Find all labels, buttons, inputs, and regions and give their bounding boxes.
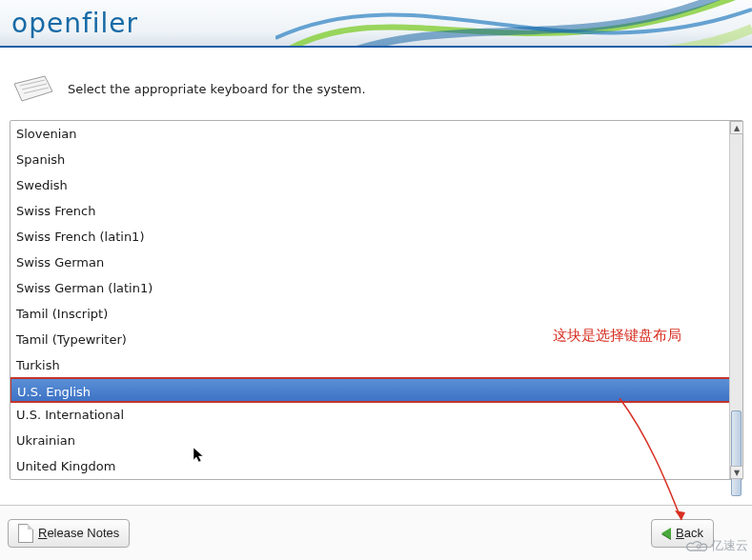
scroll-track[interactable] (730, 134, 742, 466)
brand-text: openfiler (11, 8, 138, 39)
watermark: 亿速云 (686, 537, 748, 554)
list-item[interactable]: U.S. English (10, 377, 731, 403)
instruction-text: Select the appropriate keyboard for the … (68, 82, 366, 96)
scroll-thumb[interactable] (731, 410, 742, 496)
list-item[interactable]: Swiss German (latin1) (10, 275, 731, 301)
keyboard-layout-listbox[interactable]: SlovenianSpanishSwedishSwiss FrenchSwiss… (10, 120, 743, 480)
list-item[interactable]: U.S. International (10, 402, 731, 428)
scroll-down-button[interactable]: ▼ (730, 466, 743, 479)
instruction-row: Select the appropriate keyboard for the … (10, 67, 742, 120)
list-item[interactable]: United Kingdom (10, 453, 731, 479)
list-item[interactable]: Slovenian (10, 121, 731, 147)
svg-point-5 (697, 545, 701, 549)
arrow-left-icon (661, 528, 671, 539)
watermark-text: 亿速云 (711, 537, 748, 554)
cloud-icon (686, 539, 707, 552)
scroll-up-button[interactable]: ▲ (730, 121, 743, 134)
annotation-label: 这块是选择键盘布局 (553, 327, 681, 345)
list-scrollbar[interactable]: ▲ ▼ (729, 121, 742, 479)
document-icon (18, 524, 33, 543)
svg-marker-0 (14, 76, 52, 101)
release-notes-button[interactable]: Release Notes (8, 519, 130, 548)
installer-footer: Release Notes Back (0, 505, 752, 560)
list-item[interactable]: Swiss French (10, 198, 731, 224)
main-content: Select the appropriate keyboard for the … (0, 48, 752, 480)
list-item[interactable]: Swiss German (10, 250, 731, 275)
keyboard-icon (12, 74, 54, 103)
list-item[interactable]: Swiss French (latin1) (10, 224, 731, 250)
list-item[interactable]: Swedish (10, 172, 731, 198)
release-notes-label: Release Notes (38, 526, 119, 540)
list-item[interactable]: Tamil (Inscript) (10, 301, 731, 327)
list-item[interactable]: Ukrainian (10, 428, 731, 453)
list-item[interactable]: Turkish (10, 352, 731, 378)
installer-header: openfiler (0, 0, 752, 48)
brand-logo: openfiler (11, 8, 138, 39)
list-item[interactable]: Spanish (10, 147, 731, 172)
